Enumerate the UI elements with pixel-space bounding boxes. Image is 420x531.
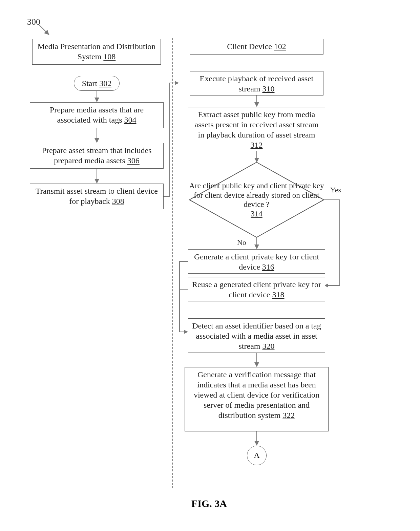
step-320-ref: 320	[262, 342, 274, 351]
step-310-text: Execute playback of received asset strea…	[200, 74, 314, 93]
svg-marker-6	[184, 330, 188, 334]
arrow-306-308-head	[94, 179, 99, 184]
start-node: Start 302	[74, 76, 120, 91]
path-308-to-310	[164, 73, 186, 199]
arrow-322-A	[256, 431, 257, 442]
step-322: Generate a verification message that ind…	[185, 367, 329, 431]
step-306-ref: 306	[127, 156, 140, 165]
step-316: Generate a client private key for client…	[188, 249, 325, 274]
connector-A: A	[247, 446, 267, 465]
arrow-320-322	[256, 353, 257, 363]
arrow-304-306-head	[94, 138, 99, 143]
start-ref: 302	[99, 79, 111, 88]
arrow-310-312	[256, 95, 257, 103]
step-312: Extract asset public key from media asse…	[188, 107, 325, 151]
step-318-text: Reuse a generated client private key for…	[192, 280, 321, 299]
start-text: Start	[82, 79, 97, 88]
arrow-312-314	[256, 151, 257, 158]
left-header-text: Media Presentation and Distribution Syst…	[38, 42, 156, 61]
step-318: Reuse a generated client private key for…	[188, 277, 325, 301]
step-316-ref: 316	[262, 262, 274, 271]
figure-number-arrow	[37, 23, 54, 40]
step-316-text: Generate a client private key for client…	[194, 252, 319, 271]
right-header-ref: 102	[274, 42, 286, 51]
connector-A-text: A	[254, 451, 259, 460]
step-312-ref: 312	[251, 141, 263, 149]
svg-marker-2	[175, 81, 179, 85]
arrow-314-no-head	[254, 245, 259, 249]
step-322-ref: 322	[282, 411, 295, 420]
decision-314-text: Are client public key and client private…	[189, 182, 324, 209]
figure-caption: FIG. 3A	[191, 498, 227, 509]
arrow-322-A-head	[254, 441, 259, 446]
left-header-box: Media Presentation and Distribution Syst…	[32, 39, 161, 65]
path-314-yes-318	[323, 199, 344, 291]
step-308-text: Transmit asset stream to client device f…	[36, 187, 158, 206]
decision-314-yes-label: Yes	[330, 186, 341, 194]
arrow-306-308	[97, 169, 97, 179]
step-310-ref: 310	[262, 84, 274, 93]
step-306: Prepare asset stream that includes prepa…	[30, 143, 164, 169]
step-304-ref: 304	[124, 115, 136, 124]
decision-314-ref: 314	[251, 210, 262, 218]
arrow-304-306	[97, 128, 97, 139]
step-308: Transmit asset stream to client device f…	[30, 184, 164, 209]
decision-314-no-label: No	[237, 238, 246, 247]
right-header-text: Client Device	[227, 42, 272, 51]
step-320: Detect an asset identifier based on a ta…	[188, 318, 325, 353]
arrow-start-304	[97, 91, 97, 98]
step-320-text: Detect an asset identifier based on a ta…	[192, 321, 321, 351]
step-310: Execute playback of received asset strea…	[190, 71, 323, 95]
decision-314: Are client public key and client private…	[188, 161, 325, 239]
right-header-box: Client Device 102	[190, 39, 323, 55]
arrow-310-312-head	[254, 102, 259, 107]
step-322-text: Generate a verification message that ind…	[194, 370, 319, 420]
arrow-314-no	[256, 238, 257, 245]
step-304: Prepare media assets that are associated…	[30, 102, 164, 128]
arrow-320-322-head	[254, 362, 259, 367]
step-318-ref: 318	[272, 290, 284, 299]
step-308-ref: 308	[112, 197, 124, 206]
arrow-start-304-head	[94, 98, 99, 102]
step-312-text: Extract asset public key from media asse…	[195, 110, 319, 139]
left-header-ref: 108	[103, 52, 115, 61]
